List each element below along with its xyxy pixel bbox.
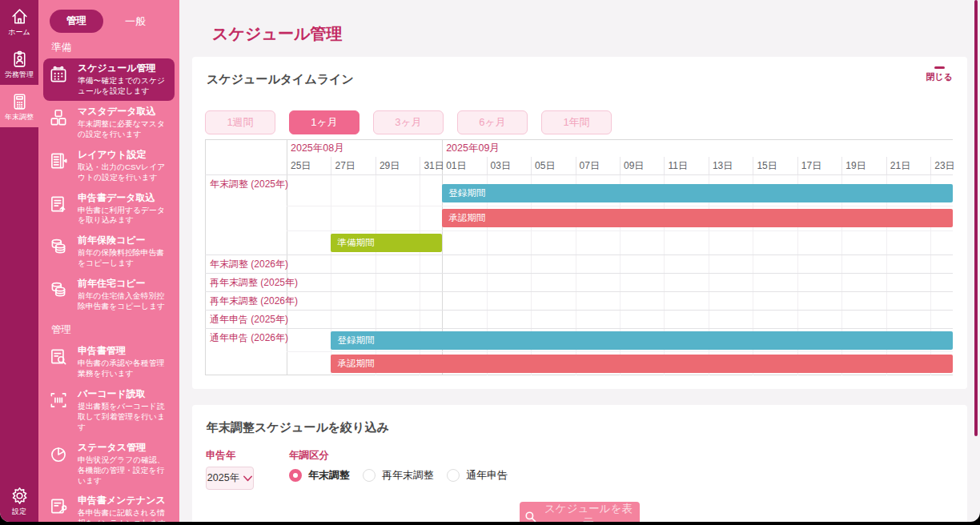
rail-item-home[interactable]: ホーム — [0, 0, 38, 42]
collapse-button[interactable]: 閉じる — [926, 66, 953, 83]
sidebar-item-text: マスタデータ取込年末調整に必要なマスタの設定を行います — [78, 106, 171, 140]
gantt-bar-準備期間[interactable]: 準備期間 — [331, 234, 442, 252]
filter-card-title: 年末調整スケジュールを絞り込み — [207, 419, 954, 435]
gantt-bar-登録期間[interactable]: 登録期間 — [442, 184, 953, 202]
range-buttons: 1週間1ヶ月3ヶ月6ヶ月1年間 — [205, 110, 953, 134]
sidebar-item-desc: 申告書の承認や各種管理業務を行います — [78, 359, 171, 379]
radio-option-2[interactable]: 通年申告 — [447, 468, 508, 483]
rail-item-settings[interactable]: 設定 — [0, 479, 38, 522]
database-copy-icon — [48, 234, 72, 269]
sidebar-item-text: 前年保険コピー前年の保険料控除申告書をコピーします — [78, 234, 171, 269]
gantt-row-label: 通年申告 (2025年) — [210, 313, 288, 327]
range-button-2[interactable]: 3ヶ月 — [373, 110, 444, 134]
gear-icon — [10, 486, 30, 506]
gantt-day-label: 31日 — [424, 159, 444, 173]
tab-ippan[interactable]: 一般 — [125, 14, 146, 29]
gantt-gridline — [205, 291, 953, 292]
show-schedule-button[interactable]: スケジュールを表示 — [520, 502, 640, 522]
report-year-label: 申告年 — [206, 450, 289, 461]
sidebar-item-desc: 各申告書に記載される情報をメンテナンスします — [78, 508, 171, 522]
gantt-bar-承認期間[interactable]: 承認期間 — [442, 209, 953, 227]
gantt-gridline — [205, 273, 953, 274]
gantt-gridline — [205, 174, 953, 175]
sidebar-item-desc: 前年の保険料控除申告書をコピーします — [78, 248, 171, 269]
radio-option-1[interactable]: 再年末調整 — [363, 468, 434, 483]
sidebar-item-text: ステータス管理申告状況グラフの確認、各機能の管理・設定を行います — [78, 442, 171, 487]
sidebar-item-1-0[interactable]: 申告書管理申告書の承認や各種管理業務を行います — [43, 341, 175, 383]
sidebar-item-text: スケジュール管理準備〜確定までのスケジュールを設定します — [78, 62, 171, 97]
sidebar-item-0-2[interactable]: レイアウト設定取込・出力のCSVレイアウトの設定を行います — [43, 145, 175, 187]
scrollbar-thumb[interactable] — [974, 0, 978, 436]
gantt-bar-承認期間[interactable]: 承認期間 — [331, 355, 953, 373]
gantt-day-label: 23日 — [934, 159, 954, 173]
sidebar: 管理 一般 準備スケジュール管理準備〜確定までのスケジュールを設定しますマスタデ… — [38, 0, 179, 522]
radio-option-0[interactable]: 年末調整 — [289, 468, 350, 483]
nav-rail-items: ホーム労務管理年末調整 — [0, 0, 38, 127]
radio-dot — [289, 469, 302, 482]
sidebar-item-desc: 申告状況グラフの確認、各機能の管理・設定を行います — [78, 455, 171, 487]
gantt-gridline — [205, 310, 953, 311]
range-button-4[interactable]: 1年間 — [541, 110, 612, 134]
gantt-bar-登録期間[interactable]: 登録期間 — [331, 331, 953, 350]
gantt-gridline — [331, 157, 331, 174]
sidebar-item-text: 申告書メンテナンス各申告書に記載される情報をメンテナンスします — [78, 495, 171, 522]
gantt-day-label: 15日 — [757, 159, 777, 173]
gantt-gridline — [287, 230, 953, 231]
gantt-gridline — [205, 254, 953, 255]
sidebar-item-1-3[interactable]: 申告書メンテナンス各申告書に記載される情報をメンテナンスします — [43, 491, 175, 522]
gantt-gridline — [930, 157, 931, 174]
gantt-gridline — [841, 157, 842, 174]
sidebar-item-desc: 準備〜確定までのスケジュールを設定します — [78, 76, 171, 97]
rail-item-year-end-adjustment[interactable]: 年末調整 — [0, 85, 38, 127]
gantt-gridline — [664, 157, 665, 174]
gantt-day-label: 19日 — [845, 159, 866, 173]
timeline-card: スケジュールタイムライン 閉じる 1週間1ヶ月3ヶ月6ヶ月1年間 2025年08… — [192, 57, 967, 389]
rail-item-labor-management[interactable]: 労務管理 — [0, 42, 38, 85]
sidebar-item-0-4[interactable]: 前年保険コピー前年の保険料控除申告書をコピーします — [43, 230, 175, 273]
range-button-1[interactable]: 1ヶ月 — [289, 110, 359, 134]
rail-item-label: 設定 — [12, 508, 26, 516]
filter-actions: スケジュールを表示 — [205, 502, 954, 522]
gantt-gridline — [205, 328, 953, 329]
app-window: ホーム労務管理年末調整 設定 管理 一般 準備スケジュール管理準備〜確定までのス… — [0, 0, 980, 522]
filter-card: 年末調整スケジュールを絞り込み 申告年 2025年 年調区分 年末調整再年末調整… — [192, 405, 967, 522]
doc-upload-icon — [48, 192, 72, 226]
gantt-row-label: 年末調整 (2026年) — [210, 258, 288, 271]
tab-kanri[interactable]: 管理 — [50, 10, 103, 33]
doc-search-icon — [48, 345, 72, 379]
timeline-card-title: スケジュールタイムライン — [207, 71, 953, 86]
search-icon — [524, 511, 536, 523]
sidebar-item-0-5[interactable]: 前年住宅コピー前年の住宅借入金特別控除申告書をコピーします — [43, 274, 175, 316]
cubes-icon — [48, 106, 72, 140]
sidebar-item-1-1[interactable]: バーコード読取提出書類をバーコード読取して到着管理を行います — [43, 384, 175, 437]
gantt-day-label: 13日 — [713, 159, 733, 173]
report-year-select[interactable]: 2025年 — [206, 467, 254, 490]
gantt-month-label: 2025年09月 — [446, 142, 500, 155]
sidebar-item-text: レイアウト設定取込・出力のCSVレイアウトの設定を行います — [78, 149, 171, 183]
sidebar-item-1-2[interactable]: ステータス管理申告状況グラフの確認、各機能の管理・設定を行います — [43, 438, 175, 491]
gantt-row-label: 通年申告 (2026年) — [210, 331, 288, 345]
sidebar-item-0-0[interactable]: スケジュール管理準備〜確定までのスケジュールを設定します — [43, 58, 175, 101]
sidebar-item-0-3[interactable]: 申告書データ取込申告書に利用するデータを取り込みます — [43, 188, 175, 230]
sidebar-item-desc: 申告書に利用するデータを取り込みます — [78, 206, 171, 226]
gantt-gridline — [531, 157, 532, 174]
page-title: スケジュール管理 — [212, 25, 967, 42]
gantt-gridline — [886, 157, 887, 174]
gantt-gridline — [576, 157, 576, 174]
sidebar-section-label: 準備 — [51, 41, 175, 54]
gantt-day-label: 09日 — [624, 159, 644, 173]
sidebar-item-desc: 年末調整に必要なマスタの設定を行います — [78, 119, 171, 140]
main-content: スケジュール管理 スケジュールタイムライン 閉じる 1週間1ヶ月3ヶ月6ヶ月1年… — [179, 0, 980, 522]
badge-icon — [10, 49, 30, 69]
sidebar-item-0-1[interactable]: マスタデータ取込年末調整に必要なマスタの設定を行います — [43, 102, 175, 144]
home-icon — [10, 6, 30, 26]
gantt-day-label: 11日 — [668, 159, 687, 173]
range-button-0[interactable]: 1週間 — [205, 110, 275, 134]
gantt-row-label: 年末調整 (2025年) — [210, 178, 288, 191]
sidebar-item-title: 前年住宅コピー — [78, 278, 171, 290]
sidebar-item-text: 申告書管理申告書の承認や各種管理業務を行います — [78, 345, 171, 379]
sidebar-item-desc: 提出書類をバーコード読取して到着管理を行います — [78, 402, 171, 433]
range-button-3[interactable]: 6ヶ月 — [457, 110, 528, 134]
gantt-gridline — [797, 157, 798, 174]
gantt-day-label: 25日 — [291, 159, 311, 173]
